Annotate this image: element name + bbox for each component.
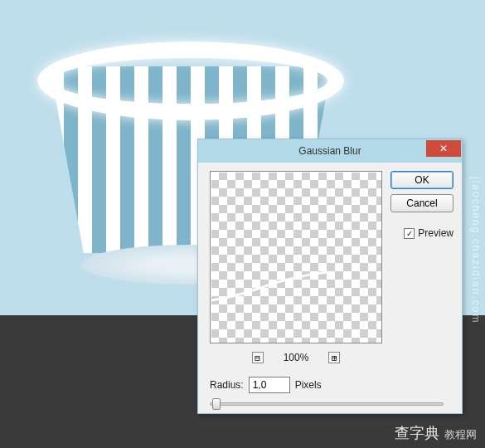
ok-button[interactable]: OK — [390, 171, 453, 189]
preview-checkbox-row[interactable]: ✓ Preview — [404, 227, 453, 239]
slider-thumb[interactable] — [212, 398, 221, 410]
cup-rim — [37, 41, 344, 120]
close-icon: ✕ — [439, 143, 448, 154]
dialog-body: ⊟ 100% ⊞ OK Cancel ✓ Preview Radius: Pix… — [198, 163, 462, 413]
zoom-level: 100% — [284, 352, 309, 363]
close-button[interactable]: ✕ — [426, 140, 461, 157]
minus-icon: ⊟ — [255, 353, 260, 363]
plus-icon: ⊞ — [332, 353, 337, 363]
preview-stroke — [210, 271, 335, 313]
dialog-buttons: OK Cancel — [390, 171, 453, 212]
ok-label: OK — [415, 174, 429, 186]
preview-checkbox[interactable]: ✓ — [404, 228, 415, 239]
dialog-title: Gaussian Blur — [298, 145, 361, 157]
zoom-controls: ⊟ 100% ⊞ — [210, 348, 382, 367]
checkmark-icon: ✓ — [406, 229, 413, 238]
radius-unit: Pixels — [295, 379, 322, 391]
dialog-titlebar[interactable]: Gaussian Blur ✕ — [198, 139, 462, 163]
gaussian-blur-dialog: Gaussian Blur ✕ ⊟ 100% ⊞ OK Cancel — [197, 139, 463, 414]
radius-row: Radius: Pixels — [210, 377, 322, 393]
cancel-button[interactable]: Cancel — [390, 194, 453, 212]
radius-input[interactable] — [249, 377, 290, 393]
preview-area[interactable] — [210, 171, 382, 343]
radius-label: Radius: — [210, 379, 244, 391]
zoom-in-button[interactable]: ⊞ — [328, 352, 340, 363]
preview-label: Preview — [418, 227, 453, 239]
zoom-out-button[interactable]: ⊟ — [252, 352, 264, 363]
slider-groove — [210, 402, 444, 406]
watermark-url: jiaocheng.chazidian.com — [470, 177, 482, 324]
cancel-label: Cancel — [406, 197, 437, 209]
radius-slider[interactable] — [210, 398, 444, 410]
